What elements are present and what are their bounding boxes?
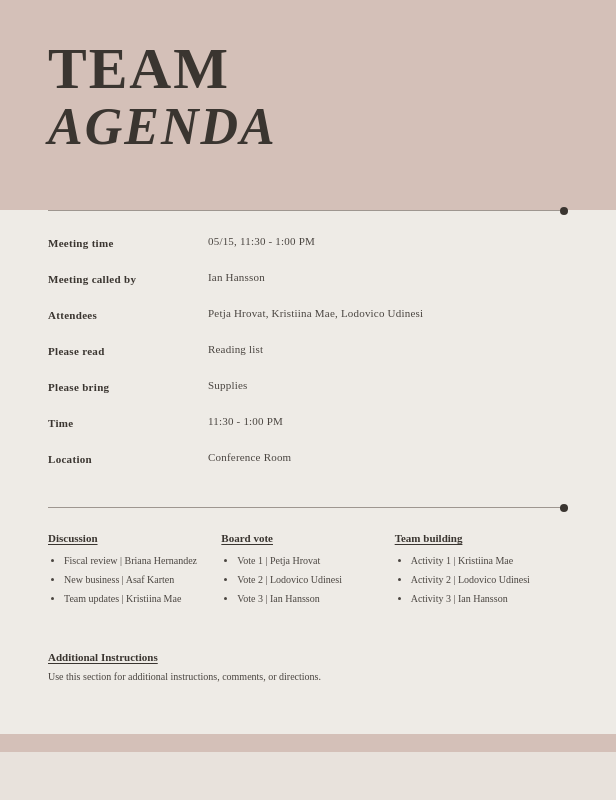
header-band: TEAM AGENDA bbox=[0, 0, 616, 210]
middle-divider-dot bbox=[560, 504, 568, 512]
title-agenda: AGENDA bbox=[48, 98, 277, 155]
team-building-list: Activity 1 | Kristiina Mae Activity 2 | … bbox=[395, 554, 556, 606]
please-bring-value: Supplies bbox=[208, 379, 568, 391]
time-row: Time 11:30 - 1:00 PM bbox=[48, 415, 568, 429]
meeting-called-label: Meeting called by bbox=[48, 271, 208, 285]
meeting-time-value: 05/15, 11:30 - 1:00 PM bbox=[208, 235, 568, 247]
board-vote-list: Vote 1 | Petja Hrovat Vote 2 | Lodovico … bbox=[221, 554, 382, 606]
board-vote-title: Board vote bbox=[221, 532, 382, 544]
please-read-label: Please read bbox=[48, 343, 208, 357]
location-label: Location bbox=[48, 451, 208, 465]
additional-section: Additional Instructions Use this section… bbox=[48, 635, 568, 714]
additional-text: Use this section for additional instruct… bbox=[48, 669, 568, 684]
team-building-column: Team building Activity 1 | Kristiina Mae… bbox=[395, 532, 568, 611]
list-item: Vote 2 | Lodovico Udinesi bbox=[237, 573, 382, 587]
info-section: Meeting time 05/15, 11:30 - 1:00 PM Meet… bbox=[48, 211, 568, 507]
middle-divider bbox=[48, 507, 568, 508]
columns-container: Discussion Fiscal review | Briana Hernan… bbox=[48, 532, 568, 611]
time-value: 11:30 - 1:00 PM bbox=[208, 415, 568, 427]
meeting-time-row: Meeting time 05/15, 11:30 - 1:00 PM bbox=[48, 235, 568, 249]
discussion-column: Discussion Fiscal review | Briana Hernan… bbox=[48, 532, 221, 611]
meeting-time-label: Meeting time bbox=[48, 235, 208, 249]
please-bring-label: Please bring bbox=[48, 379, 208, 393]
title-block: TEAM AGENDA bbox=[48, 40, 277, 155]
please-read-row: Please read Reading list bbox=[48, 343, 568, 357]
top-divider-dot bbox=[560, 207, 568, 215]
main-content: Meeting time 05/15, 11:30 - 1:00 PM Meet… bbox=[0, 210, 616, 734]
list-item: New business | Asaf Karten bbox=[64, 573, 209, 587]
list-item: Activity 2 | Lodovico Udinesi bbox=[411, 573, 556, 587]
attendees-label: Attendees bbox=[48, 307, 208, 321]
discussion-list: Fiscal review | Briana Hernandez New bus… bbox=[48, 554, 209, 606]
additional-title: Additional Instructions bbox=[48, 651, 568, 663]
time-label: Time bbox=[48, 415, 208, 429]
board-vote-column: Board vote Vote 1 | Petja Hrovat Vote 2 … bbox=[221, 532, 394, 611]
meeting-called-row: Meeting called by Ian Hansson bbox=[48, 271, 568, 285]
attendees-row: Attendees Petja Hrovat, Kristiina Mae, L… bbox=[48, 307, 568, 321]
page: TEAM AGENDA Meeting time 05/15, 11:30 - … bbox=[0, 0, 616, 800]
list-item: Team updates | Kristiina Mae bbox=[64, 592, 209, 606]
location-row: Location Conference Room bbox=[48, 451, 568, 465]
list-item: Vote 3 | Ian Hansson bbox=[237, 592, 382, 606]
list-item: Activity 3 | Ian Hansson bbox=[411, 592, 556, 606]
team-building-title: Team building bbox=[395, 532, 556, 544]
please-bring-row: Please bring Supplies bbox=[48, 379, 568, 393]
list-item: Vote 1 | Petja Hrovat bbox=[237, 554, 382, 568]
bottom-section: Discussion Fiscal review | Briana Hernan… bbox=[48, 508, 568, 734]
top-divider bbox=[48, 210, 568, 211]
list-item: Fiscal review | Briana Hernandez bbox=[64, 554, 209, 568]
footer-band bbox=[0, 734, 616, 752]
title-team: TEAM bbox=[48, 40, 277, 98]
please-read-value: Reading list bbox=[208, 343, 568, 355]
list-item: Activity 1 | Kristiina Mae bbox=[411, 554, 556, 568]
location-value: Conference Room bbox=[208, 451, 568, 463]
discussion-title: Discussion bbox=[48, 532, 209, 544]
attendees-value: Petja Hrovat, Kristiina Mae, Lodovico Ud… bbox=[208, 307, 568, 319]
meeting-called-value: Ian Hansson bbox=[208, 271, 568, 283]
